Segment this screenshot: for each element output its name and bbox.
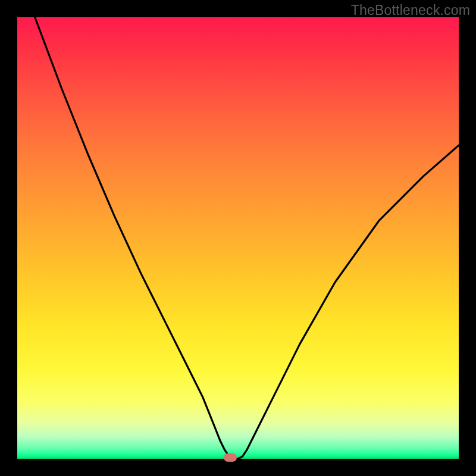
- optimal-marker: [224, 453, 237, 462]
- plot-area: [17, 17, 459, 459]
- chart-frame: TheBottleneck.com: [0, 0, 476, 476]
- bottleneck-curve: [17, 17, 459, 459]
- watermark-text: TheBottleneck.com: [351, 2, 470, 18]
